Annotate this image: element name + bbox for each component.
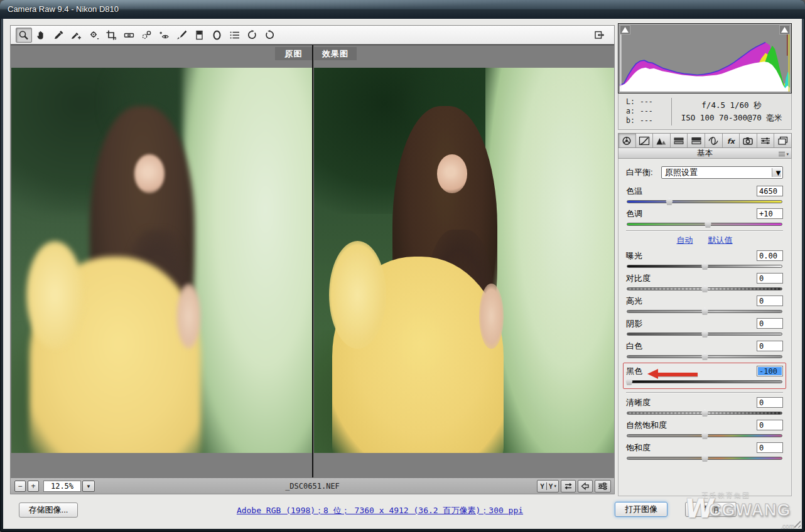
slider-track[interactable] — [627, 380, 782, 383]
rotate-left-icon — [246, 29, 259, 41]
slider-value-input[interactable]: +10 — [757, 208, 783, 219]
panel-tab-split-toning[interactable] — [688, 134, 705, 147]
auto-link[interactable]: 自动 — [677, 235, 693, 246]
open-preferences-tool[interactable] — [227, 28, 243, 43]
basic-panel-body: 白平衡: 原照设置 ▼ 色温 4650 色调 +10 — [618, 159, 792, 496]
swap-before-after-button[interactable] — [561, 480, 576, 492]
slider-thumb[interactable] — [701, 285, 709, 292]
slider-row: 清晰度 0 — [626, 396, 783, 415]
slider-track[interactable] — [627, 310, 782, 313]
slider-thumb[interactable] — [704, 220, 712, 228]
image-area: 原图 效果图 − + 12.5% ▼ _DSC0651.NEF YY▾ — [10, 25, 615, 494]
crop-tool[interactable] — [104, 28, 120, 43]
slider-label: 色调 — [626, 208, 642, 220]
before-after-view-button[interactable]: YY▾ — [537, 480, 559, 492]
open-image-button[interactable]: 打开图像 — [615, 502, 667, 517]
slider-thumb[interactable] — [625, 378, 633, 385]
adjustment-brush-tool[interactable] — [174, 28, 190, 43]
title-bar[interactable]: Camera Raw 9.4 - Nikon D810 — [0, 0, 805, 19]
white-balance-tool[interactable] — [51, 28, 67, 43]
zoom-tool[interactable] — [16, 28, 32, 43]
slider-thumb[interactable] — [701, 307, 709, 315]
slider-label: 阴影 — [626, 318, 642, 329]
panel-tab-effects[interactable]: fx — [723, 134, 740, 147]
default-link[interactable]: 默认值 — [708, 235, 733, 246]
panel-tab-camera-calibration[interactable] — [740, 134, 757, 147]
highlight-clipping-toggle[interactable] — [779, 25, 790, 35]
slider-value-input[interactable]: 0 — [757, 397, 783, 408]
slider-thumb[interactable] — [701, 330, 709, 338]
slider-value-input[interactable]: 0 — [757, 341, 783, 351]
copy-settings-button[interactable] — [578, 480, 593, 492]
slider-thumb[interactable] — [701, 409, 709, 417]
radial-filter-tool[interactable] — [209, 28, 225, 43]
save-image-button[interactable]: 存储图像... — [19, 503, 78, 518]
slider-value-input[interactable]: 0 — [757, 318, 783, 329]
panel-tab-basic[interactable] — [619, 134, 636, 147]
slider-track[interactable] — [627, 412, 782, 415]
slider-value-input[interactable]: 0 — [757, 442, 783, 453]
slider-track[interactable] — [627, 287, 782, 290]
slider-track[interactable] — [627, 200, 782, 203]
histogram — [618, 23, 792, 93]
chevron-down-icon: ▼ — [772, 168, 781, 177]
slider-value-input[interactable]: 0 — [757, 420, 783, 430]
divider — [626, 230, 783, 231]
preview-area[interactable]: 原图 效果图 — [11, 45, 614, 477]
slider-value-input[interactable]: 0 — [757, 295, 783, 306]
lens-corrections-icon — [708, 136, 719, 146]
photo-layer-arm — [176, 284, 200, 349]
cancel-button[interactable]: 取消 — [685, 502, 737, 517]
pane-divider — [312, 45, 313, 477]
slider-track[interactable] — [627, 332, 782, 336]
hand-tool[interactable] — [33, 28, 50, 43]
panel-tab-presets[interactable] — [757, 134, 775, 147]
rotate-left-tool[interactable] — [244, 28, 261, 43]
color-sampler-icon — [70, 29, 83, 41]
panel-menu-icon[interactable]: ▾ — [779, 151, 789, 157]
slider-value-input[interactable]: -100 — [757, 366, 783, 376]
color-sampler-tool[interactable] — [68, 28, 85, 43]
shadow-clipping-toggle[interactable] — [620, 25, 630, 35]
slider-track[interactable] — [627, 457, 782, 460]
slider-label: 色温 — [626, 186, 642, 197]
tab-effect: 效果图 — [314, 47, 357, 60]
slider-value-input[interactable]: 0.00 — [757, 250, 783, 261]
red-eye-tool[interactable] — [156, 28, 173, 43]
graduated-filter-tool[interactable] — [192, 28, 208, 43]
photo-after[interactable] — [314, 68, 614, 453]
white-balance-select[interactable]: 原照设置 ▼ — [661, 166, 783, 179]
slider-thumb[interactable] — [701, 454, 709, 462]
slider-track[interactable] — [627, 434, 782, 437]
slider-value-input[interactable]: 4650 — [757, 186, 783, 196]
arrow-left-icon — [580, 482, 590, 491]
photo-before[interactable] — [11, 68, 312, 453]
slider-value-input[interactable]: 0 — [757, 273, 783, 284]
panel-tab-lens-corrections[interactable] — [705, 134, 723, 147]
panel-tab-hsl-grayscale[interactable] — [671, 134, 688, 147]
toggle-fullscreen-button[interactable] — [592, 28, 608, 43]
panel-tab-tone-curve[interactable] — [636, 134, 654, 147]
targeted-adjustment-tool[interactable] — [86, 28, 102, 43]
panel-tab-detail[interactable] — [653, 134, 671, 147]
panel-tab-snapshots[interactable] — [774, 134, 791, 147]
effects-icon: fx — [725, 136, 737, 146]
slider-thumb[interactable] — [701, 262, 709, 270]
triangle-icon — [622, 27, 629, 33]
rotate-right-tool[interactable] — [262, 28, 278, 43]
iso-lens: ISO 100 70-300@70 毫米 — [672, 112, 791, 124]
straighten-tool[interactable] — [121, 28, 138, 43]
resize-grip[interactable] — [792, 519, 801, 528]
slider-track[interactable] — [627, 265, 782, 268]
slider-label: 对比度 — [626, 273, 651, 284]
filename-label: _DSC0651.NEF — [11, 482, 614, 491]
slider-thumb[interactable] — [665, 198, 673, 205]
slider-track[interactable] — [627, 223, 782, 226]
slider-thumb[interactable] — [701, 353, 709, 360]
slider-thumb[interactable] — [701, 432, 709, 439]
preview-preferences-button[interactable] — [595, 480, 611, 492]
workflow-options-link[interactable]: Adobe RGB (1998)；8 位； 7360 x 4912 (36.2 … — [192, 505, 568, 516]
slider-track[interactable] — [627, 355, 782, 358]
slider-label: 饱和度 — [626, 442, 651, 454]
spot-removal-tool[interactable] — [139, 28, 155, 43]
